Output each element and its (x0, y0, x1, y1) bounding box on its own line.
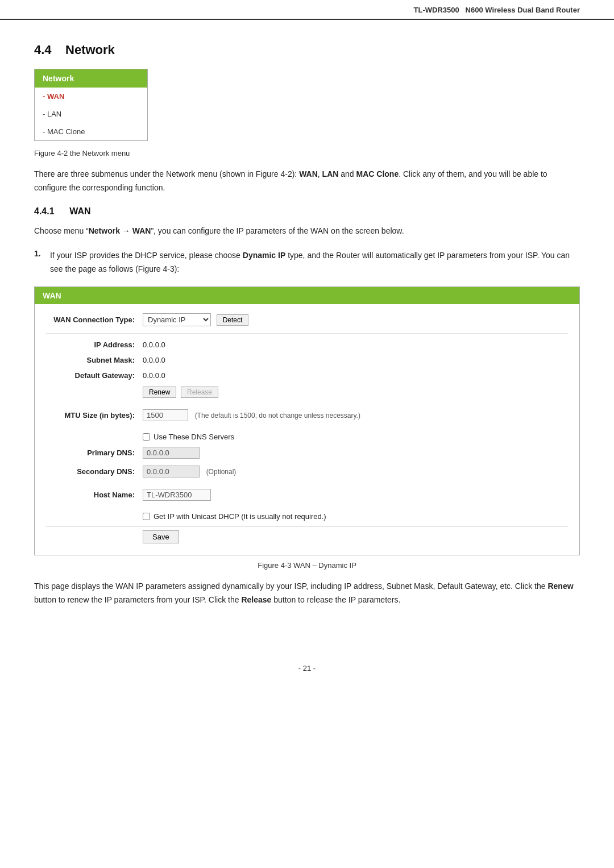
footnote-text: This page displays the WAN IP parameters… (34, 580, 580, 607)
wan-connection-type-select[interactable]: Dynamic IP (143, 313, 211, 326)
wan-connection-type-label: WAN Connection Type: (46, 315, 143, 324)
section-number: 4.4 (34, 43, 52, 57)
subnet-mask-row: Subnet Mask: 0.0.0.0 (46, 356, 568, 364)
item-text-1: If your ISP provides the DHCP service, p… (50, 249, 580, 276)
secondary-dns-optional: (Optional) (206, 468, 237, 476)
default-gateway-label: Default Gateway: (46, 371, 143, 380)
secondary-dns-input[interactable] (143, 466, 200, 477)
product-desc: N600 Wireless Dual Band Router (466, 6, 580, 14)
unicast-dhcp-label: Get IP with Unicast DHCP (It is usually … (154, 512, 326, 521)
subsection-title: WAN (69, 206, 90, 216)
use-dns-label: Use These DNS Servers (154, 433, 234, 441)
primary-dns-label: Primary DNS: (46, 448, 143, 457)
network-menu-mac-clone[interactable]: - MAC Clone (35, 123, 147, 140)
ip-address-label: IP Address: (46, 340, 143, 349)
page-header: TL-WDR3500 N600 Wireless Dual Band Route… (0, 0, 614, 20)
mtu-size-note: (The default is 1500, do not change unle… (195, 412, 360, 420)
ip-address-value: 0.0.0.0 (143, 340, 165, 349)
wan-connection-type-row: WAN Connection Type: Dynamic IP Detect (46, 313, 568, 326)
numbered-item-1: 1. If your ISP provides the DHCP service… (34, 249, 580, 276)
subsection-number: 4.4.1 (34, 206, 55, 216)
use-dns-checkbox[interactable] (143, 433, 150, 441)
figure3-caption: Figure 4-3 WAN – Dynamic IP (34, 561, 580, 570)
item-number: 1. (34, 249, 44, 276)
wan-box-title: WAN (35, 287, 579, 304)
primary-dns-value (143, 447, 200, 459)
host-name-label: Host Name: (46, 491, 143, 499)
release-button[interactable]: Release (181, 387, 218, 398)
section-title: Network (65, 43, 115, 57)
mtu-size-input[interactable] (143, 409, 188, 421)
host-name-input[interactable] (143, 489, 211, 501)
secondary-dns-row: Secondary DNS: (Optional) (46, 466, 568, 477)
unicast-dhcp-row: Get IP with Unicast DHCP (It is usually … (46, 512, 568, 521)
secondary-dns-value: (Optional) (143, 466, 236, 477)
network-menu-lan[interactable]: - LAN (35, 105, 147, 123)
save-row: Save (46, 526, 568, 546)
choose-text: Choose menu “Network → WAN”, you can con… (34, 225, 580, 238)
use-dns-checkbox-row: Use These DNS Servers (46, 433, 568, 441)
network-menu-wan[interactable]: - WAN (35, 88, 147, 105)
main-content: 4.4 Network Network - WAN - LAN - MAC Cl… (0, 20, 614, 641)
model-name: TL-WDR3500 (414, 6, 459, 14)
renew-release-buttons: Renew Release (143, 387, 221, 398)
page-number: - 21 - (298, 664, 316, 672)
primary-dns-row: Primary DNS: (46, 447, 568, 459)
section-heading: 4.4 Network (34, 43, 580, 57)
unicast-dhcp-checkbox[interactable] (143, 513, 150, 520)
ip-address-row: IP Address: 0.0.0.0 (46, 340, 568, 349)
page-footer: - 21 - (0, 664, 614, 684)
renew-release-row: Renew Release (46, 387, 568, 398)
mtu-size-row: MTU Size (in bytes): (The default is 150… (46, 409, 568, 421)
wan-box: WAN WAN Connection Type: Dynamic IP Dete… (34, 286, 580, 555)
primary-dns-input[interactable] (143, 447, 200, 459)
wan-box-body: WAN Connection Type: Dynamic IP Detect I… (35, 304, 579, 555)
figure2-caption: Figure 4-2 the Network menu (34, 149, 580, 157)
network-menu-header[interactable]: Network (35, 69, 147, 88)
default-gateway-value: 0.0.0.0 (143, 371, 165, 380)
save-button[interactable]: Save (143, 530, 179, 543)
detect-button[interactable]: Detect (217, 314, 249, 326)
network-menu: Network - WAN - LAN - MAC Clone (34, 69, 148, 141)
mtu-size-value: (The default is 1500, do not change unle… (143, 409, 360, 421)
renew-button[interactable]: Renew (143, 387, 176, 398)
subsection-heading: 4.4.1 WAN (34, 206, 580, 217)
default-gateway-row: Default Gateway: 0.0.0.0 (46, 371, 568, 380)
host-name-row: Host Name: (46, 489, 568, 501)
host-name-value (143, 489, 211, 501)
subnet-mask-label: Subnet Mask: (46, 356, 143, 364)
subnet-mask-value: 0.0.0.0 (143, 356, 165, 364)
intro-text: There are three submenus under the Netwo… (34, 168, 580, 195)
secondary-dns-label: Secondary DNS: (46, 467, 143, 476)
mtu-size-label: MTU Size (in bytes): (46, 411, 143, 420)
wan-connection-type-value: Dynamic IP Detect (143, 313, 251, 326)
